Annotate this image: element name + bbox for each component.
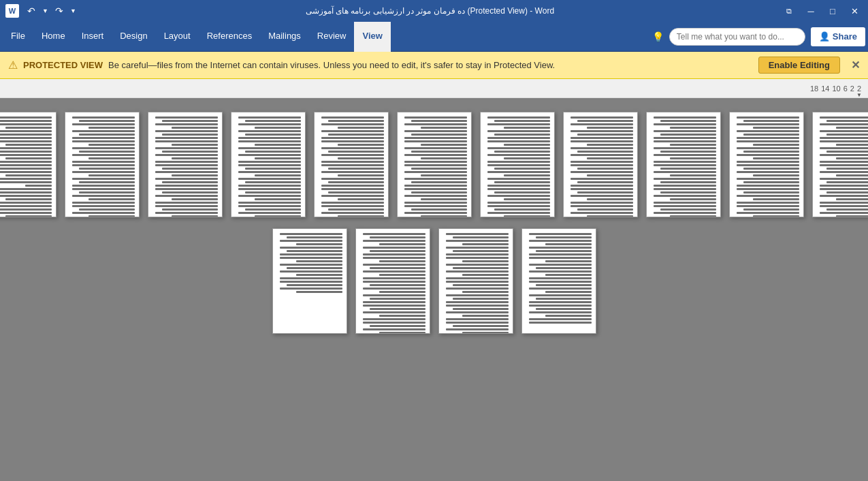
maximize-button[interactable]: □ [824,3,841,19]
redo-button[interactable]: ↷ [52,4,66,18]
undo-redo-group: ↶ ▼ ↷ ▼ [25,4,79,18]
page-1[interactable] [0,112,57,217]
tab-view[interactable]: View [354,22,390,52]
protected-view-banner: ⚠ PROTECTED VIEW Be careful—files from t… [0,52,868,79]
tab-references[interactable]: References [199,22,260,52]
undo-button[interactable]: ↶ [25,4,38,18]
page-8[interactable] [563,112,638,217]
tab-layout[interactable]: Layout [156,22,199,52]
page-9[interactable] [646,112,721,217]
page-15[interactable] [521,228,596,334]
page-13[interactable] [355,228,430,334]
protected-view-message: Be careful—files from the Internet can c… [108,60,753,70]
restore-button[interactable]: ⧉ [781,3,797,19]
ruler-indicator: 2 ▼ [857,84,861,93]
close-button[interactable]: ✕ [846,3,863,19]
tab-mailings[interactable]: Mailings [260,22,309,52]
page-10[interactable] [729,112,804,217]
ruler-number-6: 6 [843,84,848,93]
pages-row-2 [272,228,596,334]
tab-file[interactable]: File [3,22,33,52]
banner-close-button[interactable]: ✕ [851,59,860,72]
page-5[interactable] [314,112,389,217]
share-icon: 👤 [819,31,830,42]
search-input[interactable] [669,28,805,46]
protected-view-label: PROTECTED VIEW [23,60,103,70]
page-6[interactable] [397,112,472,217]
ruler-number-14: 14 [821,84,829,93]
undo-dropdown[interactable]: ▼ [39,6,51,16]
title-bar-left: W ↶ ▼ ↷ ▼ [5,4,79,18]
window-controls: ⧉ ─ □ ✕ [781,3,863,19]
pages-row-1 [0,112,868,217]
word-icon: W [5,4,19,18]
title-bar: W ↶ ▼ ↷ ▼ ده فرمان موثر در ارزشیابی برنا… [0,0,868,22]
ruler-number-18: 18 [810,84,818,93]
tab-insert[interactable]: Insert [74,22,112,52]
page-7[interactable] [480,112,555,217]
page-3[interactable] [148,112,223,217]
document-title: ده فرمان موثر در ارزشیابی برنامه های آمو… [79,6,781,16]
ruler-number-2: 2 [850,84,854,93]
ruler-bar: 18 14 10 6 2 2 ▼ [0,79,868,98]
tab-design[interactable]: Design [112,22,155,52]
tab-review[interactable]: Review [309,22,355,52]
enable-editing-button[interactable]: Enable Editing [758,57,840,74]
ruler-numbers: 18 14 10 6 2 2 ▼ [810,84,861,93]
tab-home[interactable]: Home [33,22,74,52]
page-12[interactable] [272,228,347,334]
document-area [0,98,868,481]
ribbon-search-area: 💡 👤 Share [652,27,865,46]
protected-view-icon: ⚠ [8,59,18,72]
ruler-number-10: 10 [832,84,840,93]
page-2[interactable] [65,112,140,217]
minimize-button[interactable]: ─ [803,3,819,19]
quick-access-more[interactable]: ▼ [67,6,79,16]
page-4[interactable] [231,112,306,217]
page-11[interactable] [812,112,869,217]
lightbulb-icon: 💡 [652,31,664,42]
ribbon: File Home Insert Design Layout Reference… [0,22,868,52]
page-14[interactable] [438,228,513,334]
share-button[interactable]: 👤 Share [811,27,865,46]
